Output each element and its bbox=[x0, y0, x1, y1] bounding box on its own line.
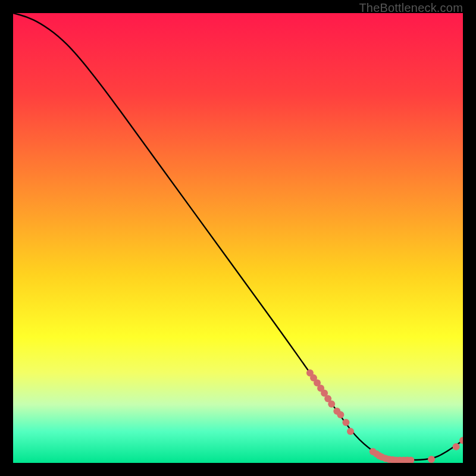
data-dot bbox=[453, 443, 460, 450]
data-dot bbox=[337, 411, 344, 418]
data-dot bbox=[428, 456, 435, 463]
bottleneck-chart bbox=[13, 13, 463, 463]
chart-background bbox=[13, 13, 463, 463]
data-dot bbox=[347, 428, 354, 435]
chart-frame: TheBottleneck.com bbox=[0, 0, 476, 476]
data-dot bbox=[342, 419, 349, 426]
data-dot bbox=[328, 400, 335, 408]
